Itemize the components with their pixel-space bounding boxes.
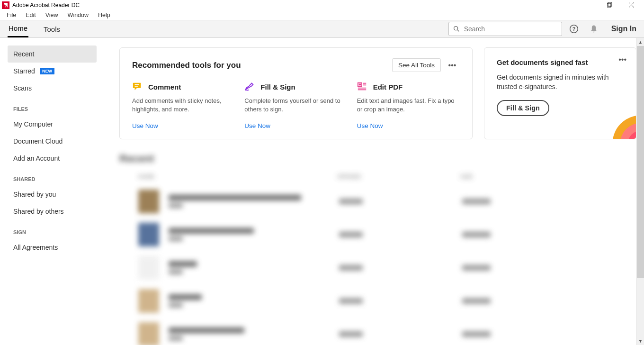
use-now-link[interactable]: Use Now xyxy=(357,122,460,129)
sidebar-item-shared-by-others[interactable]: Shared by others xyxy=(8,203,97,220)
menu-help[interactable]: Help xyxy=(93,11,115,19)
recent-list: Recent NAME OPENED SIZE xyxy=(119,153,636,345)
table-row[interactable] xyxy=(119,284,636,318)
card-title: Recommended tools for you xyxy=(132,61,241,70)
sidebar-item-my-computer[interactable]: My Computer xyxy=(8,116,97,133)
new-badge: NEW xyxy=(40,68,54,74)
use-now-link[interactable]: Use Now xyxy=(132,122,235,129)
table-row[interactable] xyxy=(119,218,636,251)
more-icon[interactable]: ••• xyxy=(445,59,460,72)
tool-comment: Comment Add comments with sticky notes, … xyxy=(132,82,235,129)
notifications-icon[interactable] xyxy=(586,21,602,37)
table-row[interactable] xyxy=(119,318,636,345)
tool-desc: Edit text and images fast. Fix a typo or… xyxy=(357,97,460,114)
sidebar-header: SHARED xyxy=(8,176,97,182)
sidebar-item-recent[interactable]: Recent xyxy=(8,45,97,63)
col-header: SIZE xyxy=(460,173,517,180)
svg-point-5 xyxy=(454,27,457,30)
sidebar-item-label: Recent xyxy=(13,50,34,58)
scroll-up-icon[interactable]: ▲ xyxy=(636,38,644,46)
more-icon[interactable]: ••• xyxy=(618,55,626,64)
sidebar-item-label: Starred xyxy=(13,67,35,75)
sidebar-item-shared-by-you[interactable]: Shared by you xyxy=(8,186,97,203)
tool-desc: Add comments with sticky notes, highligh… xyxy=(132,97,235,114)
sidebar-item-scans[interactable]: Scans xyxy=(8,80,97,97)
sidebar-item-add-account[interactable]: Add an Account xyxy=(8,150,97,167)
sidebar-header: SIGN xyxy=(8,229,97,235)
menu-view[interactable]: View xyxy=(41,11,63,19)
comment-icon xyxy=(132,82,143,92)
svg-rect-0 xyxy=(585,5,590,5)
svg-rect-9 xyxy=(133,83,141,88)
menu-edit[interactable]: Edit xyxy=(21,11,41,19)
window-controls xyxy=(577,0,642,10)
sidebar-item-document-cloud[interactable]: Document Cloud xyxy=(8,133,97,150)
main-tabs: Home Tools xyxy=(8,20,75,37)
help-icon[interactable]: ? xyxy=(566,21,582,37)
svg-rect-13 xyxy=(358,84,361,86)
window-title: Adobe Acrobat Reader DC xyxy=(12,2,80,9)
see-all-tools-button[interactable]: See All Tools xyxy=(392,58,441,72)
close-button[interactable] xyxy=(620,0,642,10)
main-area: Recent Starred NEW Scans FILES My Comput… xyxy=(0,38,644,345)
svg-text:?: ? xyxy=(572,26,575,32)
recent-title: Recent xyxy=(119,153,636,165)
promo-desc: Get documents signed in minutes with tru… xyxy=(497,73,624,91)
maximize-button[interactable] xyxy=(599,0,620,10)
tool-row: Comment Add comments with sticky notes, … xyxy=(132,82,460,129)
promo-decoration-icon xyxy=(610,113,636,139)
search-input[interactable] xyxy=(464,25,558,33)
tool-name: Comment xyxy=(148,83,181,91)
toolbar: Home Tools ? Sign In xyxy=(0,20,644,38)
fill-sign-button[interactable]: Fill & Sign xyxy=(497,100,549,116)
svg-rect-1 xyxy=(607,3,611,7)
sidebar-section-sign: SIGN All Agreements xyxy=(8,229,97,256)
sign-in-button[interactable]: Sign In xyxy=(611,25,636,33)
menu-window[interactable]: Window xyxy=(63,11,93,19)
sidebar-item-starred[interactable]: Starred NEW xyxy=(8,63,97,80)
table-row[interactable] xyxy=(119,185,636,218)
tab-tools[interactable]: Tools xyxy=(43,20,61,37)
tool-name: Edit PDF xyxy=(373,83,403,91)
menu-file[interactable]: File xyxy=(2,11,21,19)
promo-title: Get documents signed fast xyxy=(497,58,624,66)
svg-rect-2 xyxy=(608,2,612,6)
col-header: NAME xyxy=(138,173,337,180)
col-header: OPENED xyxy=(337,173,460,180)
minimize-button[interactable] xyxy=(577,0,599,10)
cards-row: Recommended tools for you See All Tools … xyxy=(119,47,636,139)
svg-line-6 xyxy=(457,30,459,31)
tool-name: Fill & Sign xyxy=(260,83,295,91)
app-icon xyxy=(2,1,9,9)
fill-sign-icon xyxy=(244,82,255,92)
sidebar-section-shared: SHARED Shared by you Shared by others xyxy=(8,176,97,220)
sidebar: Recent Starred NEW Scans FILES My Comput… xyxy=(0,38,104,345)
tool-fill-sign: Fill & Sign Complete forms yourself or s… xyxy=(244,82,347,129)
menu-bar: File Edit View Window Help xyxy=(0,10,644,20)
sidebar-item-label: Scans xyxy=(13,84,32,92)
use-now-link[interactable]: Use Now xyxy=(244,122,347,129)
scroll-down-icon[interactable]: ▼ xyxy=(636,337,644,345)
sidebar-item-all-agreements[interactable]: All Agreements xyxy=(8,239,97,256)
search-icon xyxy=(453,25,460,33)
content-area: Recommended tools for you See All Tools … xyxy=(104,38,644,345)
edit-pdf-icon xyxy=(357,82,367,92)
scroll-thumb[interactable] xyxy=(637,46,644,278)
tool-desc: Complete forms yourself or send to other… xyxy=(244,97,347,114)
sidebar-section-files: FILES My Computer Document Cloud Add an … xyxy=(8,106,97,167)
tool-edit-pdf: Edit PDF Edit text and images fast. Fix … xyxy=(357,82,460,129)
table-row[interactable] xyxy=(119,251,636,284)
search-box[interactable] xyxy=(448,22,562,36)
tab-home[interactable]: Home xyxy=(8,20,28,37)
scrollbar[interactable]: ▲ ▼ xyxy=(636,38,644,345)
title-bar: Adobe Acrobat Reader DC xyxy=(0,0,644,10)
sidebar-header: FILES xyxy=(8,106,97,112)
recommended-tools-card: Recommended tools for you See All Tools … xyxy=(119,47,473,139)
promo-card: ••• Get documents signed fast Get docume… xyxy=(484,47,636,139)
